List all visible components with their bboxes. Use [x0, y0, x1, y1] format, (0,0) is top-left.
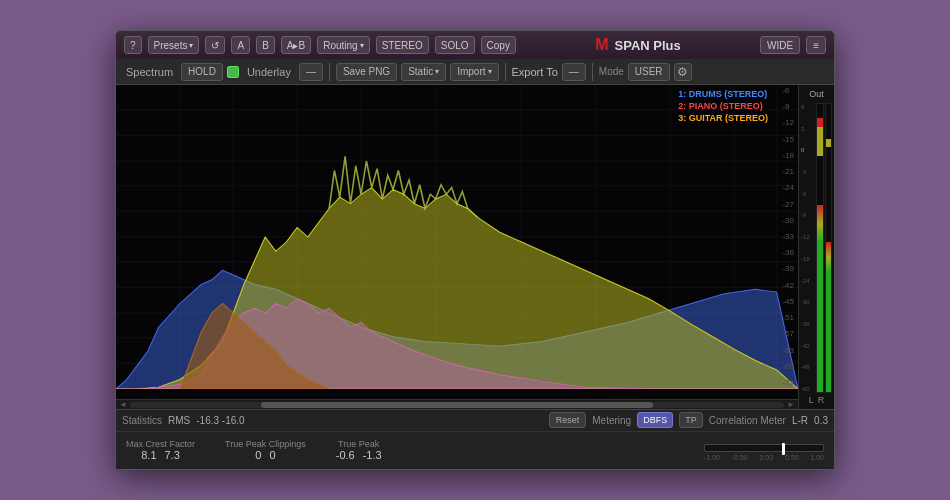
correlation-label: Correlation Meter — [709, 415, 786, 426]
static-button[interactable]: Static ▾ — [401, 63, 446, 81]
corr-meter-bar — [704, 444, 824, 452]
tp-button[interactable]: TP — [679, 412, 703, 428]
ab-button[interactable]: A▸B — [281, 36, 311, 54]
spectrum-area[interactable]: 1: DRUMS (STEREO) 2: PIANO (STEREO) 3: G… — [116, 85, 798, 409]
metering-label: Metering — [592, 415, 631, 426]
bottom-bar: Statistics RMS -16.3 -16.0 Reset Meterin… — [116, 409, 834, 469]
crest-v1: 8.1 — [141, 449, 156, 461]
underlay-label: Underlay — [243, 66, 295, 78]
underlay-indicator[interactable] — [227, 66, 239, 78]
title-center: M SPAN Plus — [595, 36, 681, 54]
export-to-label: Export To — [512, 66, 558, 78]
title-bar: ? Presets ▾ ↺ A B A▸B Routing ▾ STEREO S… — [116, 31, 834, 59]
spectrum-label: Spectrum — [122, 66, 177, 78]
presets-button[interactable]: Presets ▾ — [148, 36, 200, 54]
legend: 1: DRUMS (STEREO) 2: PIANO (STEREO) 3: G… — [678, 89, 768, 123]
plugin-title: SPAN Plus — [615, 38, 681, 53]
rms-label: RMS — [168, 415, 190, 426]
wide-button[interactable]: WIDE — [760, 36, 800, 54]
scroll-left-arrow[interactable]: ◄ — [118, 401, 128, 409]
lr-labels: L R — [809, 395, 825, 405]
clip-v1: 0 — [255, 449, 261, 461]
save-png-button[interactable]: Save PNG — [336, 63, 397, 81]
menu-button[interactable]: ≡ — [806, 36, 826, 54]
scrollbar-area[interactable]: ◄ ► — [116, 399, 798, 409]
true-peak-stat: True Peak -0.6 -1.3 — [336, 439, 382, 461]
bottom-stats-row: Max Crest Factor 8.1 7.3 True Peak Clipp… — [116, 432, 834, 469]
rms-values: -16.3 -16.0 — [196, 415, 244, 426]
peak-v2: -1.3 — [363, 449, 382, 461]
corr-value: 0.3 — [814, 415, 828, 426]
peak-v1: -0.6 — [336, 449, 355, 461]
separator-2 — [505, 63, 506, 81]
help-button[interactable]: ? — [124, 36, 142, 54]
scroll-track[interactable] — [130, 402, 784, 408]
statistics-label: Statistics — [122, 415, 162, 426]
spectrum-svg — [116, 85, 798, 389]
a-button[interactable]: A — [231, 36, 250, 54]
dash-button[interactable]: — — [299, 63, 323, 81]
db-labels: -6 -9 -12 -15 -18 -21 -24 -27 -30 -33 -3… — [782, 85, 794, 389]
mode-label: Mode — [599, 66, 624, 77]
import-button[interactable]: Import ▾ — [450, 63, 498, 81]
r-label: R — [818, 395, 825, 405]
refresh-button[interactable]: ↺ — [205, 36, 225, 54]
reset-button[interactable]: Reset — [549, 412, 587, 428]
dbfs-button[interactable]: DBFS — [637, 412, 673, 428]
hold-button[interactable]: HOLD — [181, 63, 223, 81]
title-bar-left: ? Presets ▾ ↺ A B A▸B Routing ▾ STEREO S… — [124, 36, 516, 54]
legend-item-piano: 2: PIANO (STEREO) — [678, 101, 768, 111]
legend-item-drums: 1: DRUMS (STEREO) — [678, 89, 768, 99]
spectrum-toolbar: Spectrum HOLD Underlay — Save PNG Static… — [116, 59, 834, 85]
user-button[interactable]: USER — [628, 63, 670, 81]
l-label: L — [809, 395, 814, 405]
solo-button[interactable]: SOLO — [435, 36, 475, 54]
crest-v2: 7.3 — [165, 449, 180, 461]
legend-item-guitar: 3: GUITAR (STEREO) — [678, 113, 768, 123]
corr-indicator — [782, 443, 785, 455]
stereo-button[interactable]: STEREO — [376, 36, 429, 54]
export-dash-button[interactable]: — — [562, 63, 586, 81]
out-meter: Out 6 3 0 -3 -6 -9 -12 -18 -24 -3 — [798, 85, 834, 409]
copy-button[interactable]: Copy — [481, 36, 516, 54]
title-bar-right: WIDE ≡ — [760, 36, 826, 54]
main-area: 1: DRUMS (STEREO) 2: PIANO (STEREO) 3: G… — [116, 85, 834, 409]
out-label: Out — [809, 89, 824, 99]
true-peak-clippings-stat: True Peak Clippings 0 0 — [225, 439, 306, 461]
b-button[interactable]: B — [256, 36, 275, 54]
logo-icon: M — [595, 36, 608, 54]
bottom-top-row: Statistics RMS -16.3 -16.0 Reset Meterin… — [116, 410, 834, 432]
crest-factor-stat: Max Crest Factor 8.1 7.3 — [126, 439, 195, 461]
separator-1 — [329, 63, 330, 81]
lr-label-bottom: L-R — [792, 415, 808, 426]
scroll-thumb[interactable] — [261, 402, 653, 408]
routing-button[interactable]: Routing ▾ — [317, 36, 369, 54]
separator-3 — [592, 63, 593, 81]
plugin-window: ? Presets ▾ ↺ A B A▸B Routing ▾ STEREO S… — [115, 30, 835, 470]
gear-button[interactable]: ⚙ — [674, 63, 692, 81]
scroll-right-arrow[interactable]: ► — [786, 401, 796, 409]
correlation-meter: -1.00 -0.50 0.00 0.50 1.00 — [704, 440, 824, 461]
clip-v2: 0 — [269, 449, 275, 461]
